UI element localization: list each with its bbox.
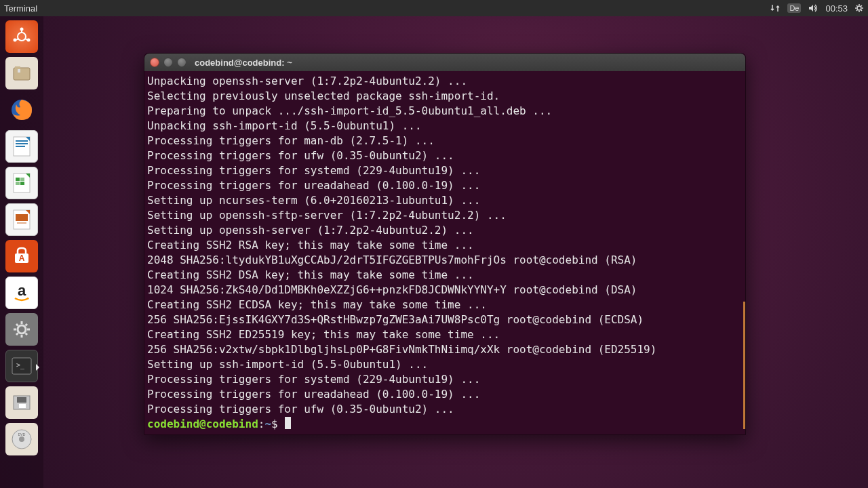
- terminal-line: Creating SSH2 ED25519 key; this may take…: [147, 327, 743, 342]
- svg-rect-10: [16, 140, 28, 142]
- terminal-line: Processing triggers for systemd (229-4ub…: [147, 372, 743, 387]
- terminal-line: 1024 SHA256:ZkS40/Dd1DMBKh0eXZZjG6++pnzk…: [147, 283, 743, 298]
- libreoffice-calc-icon[interactable]: [5, 167, 38, 199]
- amazon-icon[interactable]: a: [5, 277, 38, 309]
- svg-rect-6: [15, 66, 20, 68]
- terminal-line: Creating SSH2 DSA key; this may take som…: [147, 268, 743, 283]
- terminal-scrollbar[interactable]: [743, 302, 745, 429]
- terminal-line: Creating SSH2 RSA key; this may take som…: [147, 238, 743, 253]
- libreoffice-impress-icon[interactable]: [5, 203, 38, 236]
- clock[interactable]: 00:53: [825, 3, 848, 14]
- terminal-line: Processing triggers for systemd (229-4ub…: [147, 163, 743, 178]
- svg-rect-14: [16, 178, 20, 181]
- svg-text:A: A: [19, 253, 25, 263]
- software-center-icon[interactable]: A: [5, 240, 38, 272]
- terminal-line: Processing triggers for ureadahead (0.10…: [147, 178, 743, 193]
- top-menubar: Terminal De 00:53: [0, 0, 868, 16]
- prompt-path: ~: [264, 418, 271, 430]
- terminal-prompt: codebind@codebind:~$: [147, 417, 743, 432]
- svg-point-24: [18, 325, 26, 333]
- terminal-icon[interactable]: >_: [5, 350, 38, 382]
- svg-rect-17: [20, 182, 24, 185]
- firefox-icon[interactable]: [5, 94, 38, 126]
- volume-icon[interactable]: [808, 3, 818, 13]
- terminal-line: Setting up openssh-sftp-server (1:7.2p2-…: [147, 208, 743, 223]
- svg-point-31: [19, 436, 24, 442]
- settings-icon[interactable]: [5, 313, 38, 346]
- dash-icon[interactable]: [5, 20, 38, 53]
- svg-text:>_: >_: [16, 361, 25, 369]
- terminal-line: Processing triggers for ureadahead (0.10…: [147, 387, 743, 402]
- terminal-line: Unpacking openssh-server (1:7.2p2-4ubunt…: [147, 74, 743, 89]
- terminal-cursor: [285, 417, 291, 429]
- terminal-line: Processing triggers for ufw (0.35-0ubunt…: [147, 148, 743, 163]
- libreoffice-writer-icon[interactable]: [5, 130, 38, 163]
- svg-point-1: [18, 33, 26, 41]
- svg-rect-11: [16, 143, 28, 144]
- svg-rect-12: [16, 146, 25, 147]
- svg-rect-16: [16, 182, 20, 185]
- prompt-symbol: $: [271, 418, 278, 430]
- svg-rect-5: [14, 68, 30, 80]
- svg-rect-7: [18, 69, 20, 73]
- files-icon[interactable]: [5, 57, 38, 89]
- svg-point-0: [857, 6, 861, 10]
- terminal-line: 256 SHA256:EjssIK4GXY7d3S+QRstHBwzp7gZWE…: [147, 312, 743, 327]
- svg-point-2: [20, 28, 24, 31]
- terminal-line: 2048 SHA256:ltydukYB1uXgCCAbJ/2drT5IFGZG…: [147, 253, 743, 268]
- terminal-line: Selecting previously unselected package …: [147, 89, 743, 104]
- svg-text:DVD: DVD: [18, 432, 26, 436]
- terminal-body[interactable]: Unpacking openssh-server (1:7.2p2-4ubunt…: [144, 71, 745, 434]
- dvd-icon[interactable]: DVD: [5, 423, 38, 455]
- terminal-line: 256 SHA256:v2xtw/sbpk1DlbgljhsLp0P+G8Fiv…: [147, 342, 743, 357]
- terminal-line: Setting up ssh-import-id (5.5-0ubuntu1) …: [147, 357, 743, 372]
- window-maximize-button[interactable]: [177, 58, 186, 67]
- keyboard-layout-indicator[interactable]: De: [787, 3, 801, 13]
- terminal-window: codebind@codebind: ~ Unpacking openssh-s…: [144, 53, 746, 435]
- terminal-line: Creating SSH2 ECDSA key; this may take s…: [147, 298, 743, 312]
- svg-rect-19: [16, 214, 28, 221]
- window-minimize-button[interactable]: [163, 58, 173, 67]
- svg-point-3: [27, 39, 31, 42]
- terminal-line: Setting up ncurses-term (6.0+20160213-1u…: [147, 193, 743, 208]
- terminal-line: Unpacking ssh-import-id (5.5-0ubuntu1) .…: [147, 119, 743, 134]
- prompt-colon: :: [258, 418, 265, 430]
- active-app-name: Terminal: [4, 3, 37, 14]
- svg-rect-15: [20, 178, 24, 181]
- system-tray: De 00:53: [770, 3, 864, 14]
- window-close-button[interactable]: [150, 58, 159, 67]
- svg-rect-20: [17, 222, 26, 224]
- svg-point-4: [14, 39, 17, 42]
- terminal-line: Processing triggers for man-db (2.7.5-1)…: [147, 134, 743, 148]
- svg-rect-29: [19, 404, 26, 408]
- network-icon[interactable]: [770, 3, 781, 13]
- terminal-titlebar[interactable]: codebind@codebind: ~: [144, 54, 745, 71]
- terminal-line: Processing triggers for ufw (0.35-0ubunt…: [147, 402, 743, 417]
- gear-icon[interactable]: [854, 3, 864, 13]
- unity-launcher: A a >_ DVD: [0, 16, 43, 488]
- prompt-user: codebind@codebind: [147, 418, 258, 430]
- svg-rect-28: [17, 397, 26, 403]
- disk-icon[interactable]: [5, 386, 38, 419]
- svg-text:a: a: [18, 282, 26, 299]
- terminal-line: Setting up openssh-server (1:7.2p2-4ubun…: [147, 223, 743, 238]
- terminal-line: Preparing to unpack .../ssh-import-id_5.…: [147, 104, 743, 119]
- terminal-title: codebind@codebind: ~: [195, 58, 292, 68]
